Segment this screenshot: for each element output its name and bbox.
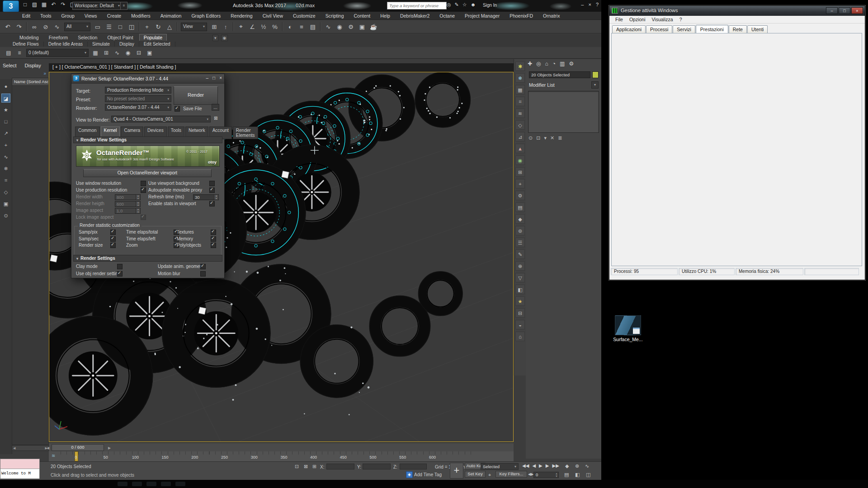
hierarchy-tab[interactable]: ⌂ (545, 61, 548, 67)
tm-tab-rete[interactable]: Rete (729, 25, 747, 33)
track-bar[interactable]: ≋ 050100150200250300350400450500550600 (49, 451, 514, 461)
refresh-time-ms-field[interactable]: 30▲▼ (193, 194, 219, 200)
menu-phoenixfd[interactable]: PhoenixFD (505, 13, 538, 19)
use-window-resolution-checkbox[interactable] (141, 181, 146, 186)
prev-frame-icon[interactable]: ◀ (532, 463, 536, 468)
menu-modifiers[interactable]: Modifiers (126, 13, 156, 19)
docked-tool-icon-8[interactable]: ◉ (515, 155, 525, 165)
enable-stats-in-viewport-checkbox[interactable] (209, 201, 215, 206)
layer-manager-icon[interactable]: ▤ (5, 50, 13, 56)
frame-step-icon[interactable]: ◀▶ (528, 472, 533, 476)
toolbar-icon-undo[interactable]: ↶ (4, 23, 12, 30)
close-button[interactable]: × (588, 2, 591, 7)
dialog-titlebar[interactable]: 3 Render Setup: OctaneRender 3.07 - 4.44… (71, 74, 224, 84)
use-viewport-background-checkbox[interactable] (209, 181, 215, 186)
render-size-checkbox[interactable] (110, 243, 116, 248)
target-dropdown[interactable]: Production Rendering Mode▾ (105, 87, 171, 94)
modifier-stack[interactable] (528, 91, 599, 133)
toolbar-icon-material-editor[interactable]: ◉ (335, 23, 344, 30)
tm-tab-processi[interactable]: Processi (646, 25, 672, 33)
feedback-icon[interactable]: ✎ (455, 2, 459, 8)
add-to-layer-icon[interactable]: ⊞ (102, 50, 110, 56)
toolbar-icon-render-setup[interactable]: ⚙ (347, 23, 355, 30)
toolbar-icon-window-crossing[interactable]: ◫ (127, 23, 136, 30)
minimize-button[interactable]: – (581, 2, 584, 7)
explorer-filter-icon-0[interactable]: ● (1, 82, 10, 91)
docked-tool-icon-5[interactable]: ◇ (515, 120, 525, 130)
3dsmax-logo[interactable]: 3 (3, 0, 19, 12)
remove-modifier-icon[interactable]: ✕ (550, 135, 554, 141)
docked-tool-icon-4[interactable]: ≋ (515, 108, 525, 118)
set-key-button[interactable]: Set Key (465, 471, 486, 478)
menu-tools[interactable]: Tools (35, 13, 57, 19)
search-input[interactable] (387, 2, 447, 9)
samp-pix-checkbox[interactable] (110, 230, 116, 235)
docked-tool-icon-0[interactable]: ✱ (515, 61, 525, 71)
key-tangent-icon[interactable]: ◆ (565, 463, 569, 469)
toolbar-icon-select-and-move[interactable]: + (143, 23, 151, 30)
tm-tab-prestazioni[interactable]: Prestazioni (696, 25, 728, 33)
remove-icon[interactable]: ⊟ (135, 50, 143, 56)
memory-checkbox[interactable] (211, 236, 216, 242)
docked-tool-icon-3[interactable]: ⌗ (515, 97, 525, 106)
ribbon-tab-populate[interactable]: Populate (139, 34, 167, 41)
minimize-button[interactable]: – (206, 75, 209, 80)
menu-edit[interactable]: Edit (17, 13, 35, 19)
favorites-icon[interactable]: ☆ (462, 2, 467, 8)
textures-checkbox[interactable] (211, 230, 216, 235)
dialog-tab-render-elements[interactable]: Render Elements (233, 127, 258, 139)
toolbar-icon-curve-editor[interactable]: ∿ (324, 23, 332, 30)
open-file-icon[interactable]: ▧ (31, 1, 38, 8)
ribbon-tab-modeling[interactable]: Modeling (15, 34, 43, 41)
docked-tool-icon-13[interactable]: ◆ (515, 214, 525, 224)
tm-tab-utenti[interactable]: Utenti (747, 25, 768, 33)
user-icon[interactable]: ☻ (471, 2, 476, 8)
key-mode-icon[interactable]: ⌖ (488, 472, 491, 478)
open-octane-viewport-button[interactable]: Open OctaneRender viewport (83, 169, 212, 177)
render-heigth-field[interactable]: 600▲▼ (115, 201, 141, 207)
toolbar-icon-select-object[interactable]: ▭ (94, 23, 102, 30)
selection-lock-icon[interactable]: ⊠ (304, 464, 308, 469)
selection-set-dropdown[interactable]: Selected ▾ (481, 463, 519, 470)
maximize-viewport-icon[interactable]: ◫ (586, 472, 590, 478)
more-tabs-icon[interactable]: » (43, 71, 46, 76)
docked-tool-icon-20[interactable]: ★ (515, 296, 525, 306)
preset-dropdown[interactable]: No preset selected▾ (105, 95, 171, 102)
viewport-label[interactable]: [ + ] [ OctaneCamera_001 ] [ Standard ] … (52, 64, 176, 70)
modifier-list-dropdown[interactable]: ▾ (591, 81, 599, 89)
docked-tool-icon-18[interactable]: ▽ (515, 273, 525, 282)
mini-curve-icon[interactable]: ∿ (585, 463, 589, 469)
x-coordinate-field[interactable] (326, 464, 354, 469)
docked-tool-icon-19[interactable]: ◧ (515, 285, 525, 294)
docked-tool-icon-15[interactable]: ☰ (515, 238, 525, 247)
menu-views[interactable]: Views (80, 13, 102, 19)
modify-tab[interactable]: ◎ (536, 61, 541, 67)
object-color-swatch[interactable] (592, 71, 599, 78)
help-button[interactable]: ? (596, 2, 599, 7)
explorer-filter-icon-5[interactable]: + (1, 141, 10, 150)
graph-icon[interactable]: ∿ (113, 50, 121, 56)
tm-tab-applicazioni[interactable]: Applicazioni (612, 25, 646, 33)
docked-tool-icon-11[interactable]: ⚙ (515, 191, 525, 200)
explorer-filter-icon-8[interactable]: ⌗ (1, 176, 10, 185)
menu-ornatrix[interactable]: Ornatrix (538, 13, 565, 19)
workspace-flyout[interactable]: ≡ (120, 2, 127, 10)
layer-dropdown[interactable]: 0 (default)▾ (26, 49, 89, 57)
workspace-dropdown[interactable]: Workspace: Default ▾ (72, 2, 122, 10)
create-key-button[interactable]: + (450, 463, 463, 479)
tab-select[interactable]: Select (3, 63, 17, 68)
play-icon[interactable]: ▶ (539, 463, 542, 468)
search-icon[interactable]: ◎ (447, 2, 451, 8)
undo-icon[interactable]: ↶ (50, 1, 57, 8)
next-frame-icon[interactable]: ▶ (108, 446, 111, 451)
toolbar-icon-angle-snap[interactable]: ∠ (248, 23, 256, 30)
renderer-browse-button[interactable]: ... (212, 104, 219, 111)
display-tab[interactable]: ▥ (560, 61, 565, 67)
anim-layer-icon[interactable]: ▤ (564, 472, 569, 478)
toolbar-icon-rect-selection-region[interactable]: □ (116, 23, 124, 30)
view-to-render-dropdown[interactable]: Quad 4 - OctaneCamera_001▾ (111, 116, 211, 122)
rollout-render-view-settings[interactable]: ▾Render View Settings (73, 136, 222, 143)
docked-tool-icon-23[interactable]: ⌂ (515, 332, 525, 341)
layer-list-icon[interactable]: ≡ (15, 50, 24, 56)
menu-help[interactable]: Help (375, 13, 395, 19)
